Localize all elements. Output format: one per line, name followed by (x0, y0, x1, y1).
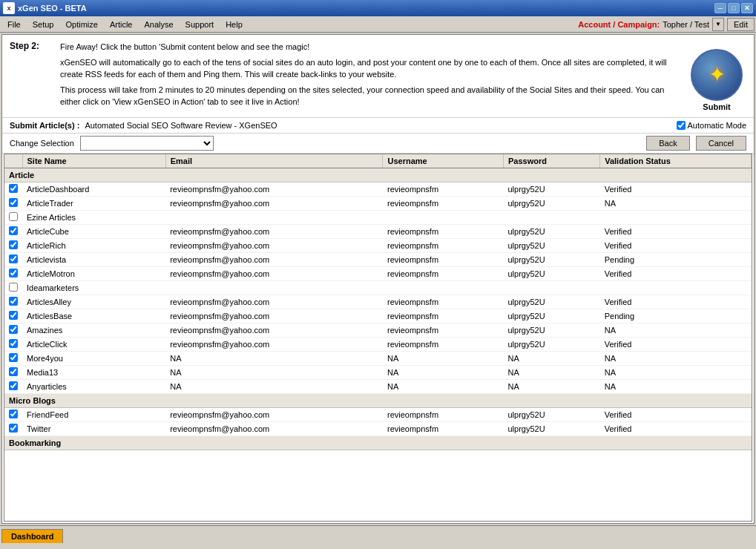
menu-file[interactable]: File (1, 19, 27, 30)
row-password: ulprgy52U (503, 224, 599, 238)
row-email: revieompnsfm@yahoo.com (165, 309, 383, 323)
title-bar: x xGen SEO - BETA ─ □ ✕ (0, 0, 756, 16)
table-row: AnyarticlesNANANANA (4, 379, 752, 393)
row-checkbox[interactable] (9, 311, 18, 320)
row-password: ulprgy52U (503, 323, 599, 337)
edit-button[interactable]: Edit (727, 18, 755, 31)
row-password: ulprgy52U (503, 295, 599, 309)
table-group-header: Micro Blogs (4, 393, 752, 407)
row-checkbox[interactable] (9, 297, 18, 306)
row-checkbox[interactable] (9, 339, 18, 348)
app-title: xGen SEO - BETA (18, 4, 714, 13)
row-password: ulprgy52U (503, 421, 599, 435)
table-row: ArticleMotronrevieompnsfm@yahoo.comrevie… (4, 266, 752, 280)
table-row: ArticleTraderrevieompnsfm@yahoo.comrevie… (4, 196, 752, 210)
row-status (600, 210, 752, 224)
row-username: revieompnsfm (383, 309, 504, 323)
cancel-button[interactable]: Cancel (696, 136, 746, 151)
row-password: ulprgy52U (503, 407, 599, 421)
menu-bar: File Setup Optimize Article Analyse Supp… (0, 16, 756, 33)
menu-support[interactable]: Support (180, 19, 220, 30)
row-username: revieompnsfm (383, 182, 504, 196)
row-username (383, 210, 504, 224)
article-section: Submit Article(s) : Automated Social SEO… (10, 121, 277, 130)
row-username: revieompnsfm (383, 337, 504, 351)
row-site: Media13 (22, 365, 165, 379)
menu-setup[interactable]: Setup (27, 19, 60, 30)
menu-optimize[interactable]: Optimize (59, 19, 103, 30)
row-site: ArticleClick (22, 337, 165, 351)
auto-mode-section: Automatic Mode (677, 121, 746, 130)
row-site: ArticleMotron (22, 266, 165, 280)
row-site: ArticleCube (22, 224, 165, 238)
row-checkbox[interactable] (9, 410, 18, 418)
row-password: ulprgy52U (503, 196, 599, 210)
submit-icon: ✦ (709, 62, 726, 87)
change-bar: Change Selection Back Cancel (2, 134, 754, 154)
table-body: ArticleArticleDashboardrevieompnsfm@yaho… (4, 168, 752, 450)
site-table: Site Name Email Username Password Valida… (4, 154, 752, 450)
row-checkbox[interactable] (9, 212, 18, 221)
row-checkbox[interactable] (9, 226, 18, 235)
row-checkbox[interactable] (9, 269, 18, 277)
change-selection-dropdown[interactable] (80, 136, 214, 151)
row-checkbox[interactable] (9, 184, 18, 193)
submit-area: ✦ Submit (687, 41, 746, 111)
row-username: revieompnsfm (383, 407, 504, 421)
row-email: revieompnsfm@yahoo.com (165, 295, 383, 309)
minimize-button[interactable]: ─ (714, 3, 726, 13)
app-icon: x (3, 2, 15, 14)
row-site: Amazines (22, 323, 165, 337)
row-email: revieompnsfm@yahoo.com (165, 196, 383, 210)
row-checkbox[interactable] (9, 367, 18, 376)
tab-bar: Dashboard (0, 525, 756, 543)
row-password: ulprgy52U (503, 252, 599, 266)
close-button[interactable]: ✕ (741, 3, 753, 13)
step-header: Step 2: Fire Away! Click the button 'Sub… (2, 35, 754, 118)
row-checkbox[interactable] (9, 381, 18, 390)
submit-label: Submit (703, 102, 730, 111)
row-site: FriendFeed (22, 407, 165, 421)
row-checkbox[interactable] (9, 353, 18, 362)
row-username: NA (383, 365, 504, 379)
menu-analyse[interactable]: Analyse (138, 19, 179, 30)
site-table-container[interactable]: Site Name Email Username Password Valida… (4, 154, 752, 522)
row-site: Twitter (22, 421, 165, 435)
col-validation: Validation Status (600, 154, 752, 168)
row-checkbox[interactable] (9, 254, 18, 263)
table-row: Ideamarketers (4, 280, 752, 295)
back-button[interactable]: Back (646, 136, 689, 151)
row-checkbox[interactable] (9, 325, 18, 334)
row-status: Verified (600, 266, 752, 280)
auto-mode-label: Automatic Mode (688, 121, 746, 130)
table-row: ArticlesBaserevieompnsfm@yahoo.comrevieo… (4, 309, 752, 323)
step-label: Step 2: (10, 41, 54, 111)
row-email: revieompnsfm@yahoo.com (165, 224, 383, 238)
row-email: NA (165, 365, 383, 379)
row-checkbox[interactable] (9, 240, 18, 249)
table-group-header: Article (4, 168, 752, 182)
row-status: NA (600, 379, 752, 393)
table-row: Twitterrevieompnsfm@yahoo.comrevieompnsf… (4, 421, 752, 435)
row-status: NA (600, 196, 752, 210)
row-email (165, 280, 383, 295)
account-dropdown[interactable]: ▼ (712, 18, 724, 31)
row-checkbox[interactable] (9, 283, 18, 292)
row-username: revieompnsfm (383, 266, 504, 280)
row-checkbox[interactable] (9, 424, 18, 433)
row-username: revieompnsfm (383, 224, 504, 238)
row-username: revieompnsfm (383, 421, 504, 435)
row-site: ArticlesAlley (22, 295, 165, 309)
maximize-button[interactable]: □ (728, 3, 740, 13)
row-email: revieompnsfm@yahoo.com (165, 323, 383, 337)
row-status: Verified (600, 182, 752, 196)
submit-button[interactable]: ✦ (691, 49, 743, 101)
col-checkbox (4, 154, 22, 168)
menu-help[interactable]: Help (220, 19, 249, 30)
row-checkbox[interactable] (9, 198, 18, 207)
row-site: Ideamarketers (22, 280, 165, 295)
menu-article[interactable]: Article (104, 19, 139, 30)
auto-mode-checkbox[interactable] (677, 121, 686, 130)
row-status: Verified (600, 295, 752, 309)
tab-dashboard[interactable]: Dashboard (1, 529, 63, 543)
